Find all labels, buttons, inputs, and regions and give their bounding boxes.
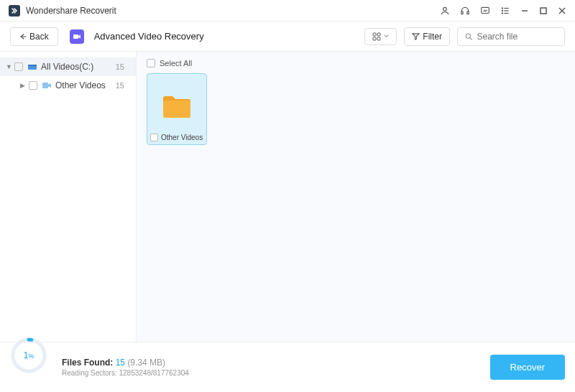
progress-pct: 1 xyxy=(24,350,29,360)
tree-count: 15 xyxy=(116,81,130,90)
app-title: Wondershare Recoverit xyxy=(26,6,440,16)
account-icon[interactable] xyxy=(440,6,450,16)
select-all[interactable]: Select All xyxy=(147,59,565,67)
checkbox[interactable] xyxy=(150,134,158,141)
filter-icon xyxy=(412,32,420,40)
svg-line-20 xyxy=(470,37,472,39)
progress-ring: 1% xyxy=(10,337,47,374)
sidebar: ▼ All Videos(C:) 15 ▶ Other Videos 15 xyxy=(0,52,137,342)
feedback-icon[interactable] xyxy=(480,6,490,16)
svg-rect-14 xyxy=(73,34,78,39)
svg-rect-15 xyxy=(373,33,376,36)
svg-point-19 xyxy=(466,34,470,38)
titlebar: Wondershare Recoverit xyxy=(0,0,575,22)
tree-label: Other Videos xyxy=(55,80,113,90)
view-toggle-button[interactable] xyxy=(364,28,397,45)
search-icon xyxy=(465,32,472,41)
video-icon xyxy=(42,81,52,90)
svg-rect-11 xyxy=(540,8,546,14)
back-button[interactable]: Back xyxy=(10,27,58,46)
reading-label: Reading Sectors: xyxy=(62,369,119,377)
checkbox[interactable] xyxy=(147,59,155,67)
back-label: Back xyxy=(29,32,49,42)
svg-rect-1 xyxy=(461,11,463,14)
chevron-down-icon xyxy=(384,34,389,39)
svg-point-4 xyxy=(502,7,502,8)
menu-icon[interactable] xyxy=(500,6,510,16)
sidebar-item-all-videos[interactable]: ▼ All Videos(C:) 15 xyxy=(0,57,136,76)
files-found-count: 15 xyxy=(116,358,125,368)
headset-icon[interactable] xyxy=(460,6,470,16)
chevron-down-icon[interactable]: ▼ xyxy=(6,63,14,70)
main-area: ▼ All Videos(C:) 15 ▶ Other Videos 15 Se… xyxy=(0,52,575,342)
files-found-label: Files Found: xyxy=(62,358,116,368)
app-logo xyxy=(9,5,20,17)
checkbox[interactable] xyxy=(14,62,23,71)
svg-rect-17 xyxy=(373,37,376,40)
files-grid: Other Videos xyxy=(147,73,565,145)
checkbox[interactable] xyxy=(29,81,37,90)
svg-rect-2 xyxy=(467,11,469,14)
select-all-label: Select All xyxy=(160,59,192,67)
svg-point-8 xyxy=(502,12,502,13)
tree-count: 15 xyxy=(116,62,130,71)
files-found-size: (9.34 MB) xyxy=(127,358,165,368)
file-label: Other Videos xyxy=(161,134,203,141)
status-text: Files Found: 15 (9.34 MB) Reading Sector… xyxy=(62,358,490,377)
svg-point-6 xyxy=(502,10,502,11)
footer: 1% Files Found: 15 (9.34 MB) Reading Sec… xyxy=(0,342,575,392)
reading-value: 12853248/817762304 xyxy=(119,369,189,377)
tree-label: All Videos(C:) xyxy=(41,62,113,72)
search-box[interactable] xyxy=(457,27,565,46)
file-card-other-videos[interactable]: Other Videos xyxy=(147,73,207,145)
arrow-left-icon xyxy=(19,33,27,40)
filter-button[interactable]: Filter xyxy=(404,27,450,46)
minimize-icon[interactable] xyxy=(520,6,529,15)
svg-rect-18 xyxy=(377,37,380,40)
video-recovery-icon xyxy=(70,29,84,44)
sidebar-item-other-videos[interactable]: ▶ Other Videos 15 xyxy=(0,76,136,95)
filter-label: Filter xyxy=(423,32,442,42)
search-input[interactable] xyxy=(477,32,557,42)
chevron-right-icon[interactable]: ▶ xyxy=(20,82,29,89)
svg-rect-23 xyxy=(42,83,48,88)
close-icon[interactable] xyxy=(558,6,566,15)
svg-rect-22 xyxy=(28,65,37,66)
toolbar: Back Advanced Video Recovery Filter xyxy=(0,22,575,52)
maximize-icon[interactable] xyxy=(539,6,548,15)
svg-rect-16 xyxy=(377,33,380,36)
svg-point-0 xyxy=(443,7,447,11)
page-title: Advanced Video Recovery xyxy=(94,31,204,42)
recover-button[interactable]: Recover xyxy=(490,355,565,380)
content-area: Select All Other Videos xyxy=(137,52,575,342)
grid-icon xyxy=(372,32,381,41)
folder-icon xyxy=(161,93,193,120)
drive-icon xyxy=(27,62,37,71)
